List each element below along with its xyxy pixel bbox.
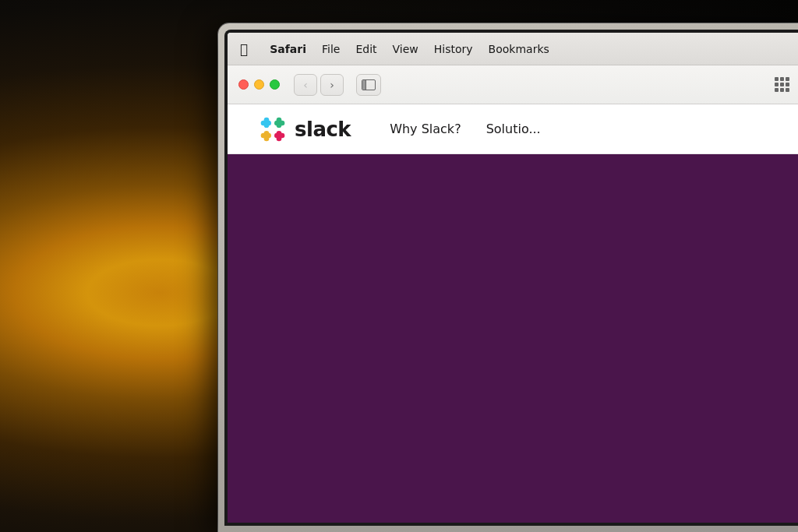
grid-dot xyxy=(775,83,779,86)
safari-menu-item[interactable]: Safari xyxy=(262,40,314,58)
close-button[interactable] xyxy=(238,79,249,90)
slack-logo-text: slack xyxy=(295,118,351,141)
slack-logo-icon xyxy=(259,115,287,143)
minimize-button[interactable] xyxy=(254,79,264,90)
edit-menu-item[interactable]: Edit xyxy=(348,40,384,58)
back-button[interactable]: ‹ xyxy=(294,74,317,96)
grid-icon xyxy=(775,77,789,92)
grid-dot xyxy=(786,88,789,92)
menu-bar:  Safari File Edit View History Bookmark… xyxy=(228,33,798,65)
tab-overview-button[interactable] xyxy=(770,74,793,96)
sidebar-icon xyxy=(362,79,376,90)
history-menu-item[interactable]: History xyxy=(426,40,481,58)
svg-rect-1 xyxy=(261,120,271,125)
website-content: slack Why Slack? Solutio... xyxy=(228,104,798,523)
slack-hero-section xyxy=(228,154,798,523)
solutions-nav-link[interactable]: Solutio... xyxy=(486,122,541,136)
file-menu-item[interactable]: File xyxy=(314,40,348,58)
safari-toolbar: ‹ › xyxy=(228,65,798,104)
grid-dot xyxy=(780,88,784,92)
grid-dot xyxy=(780,77,784,81)
svg-rect-3 xyxy=(274,120,284,125)
sidebar-icon-right-panel xyxy=(366,80,375,90)
svg-rect-7 xyxy=(274,132,284,138)
why-slack-nav-link[interactable]: Why Slack? xyxy=(390,122,461,136)
screen-bezel:  Safari File Edit View History Bookmark… xyxy=(224,30,798,526)
sidebar-toggle-button[interactable] xyxy=(356,74,381,96)
grid-dot xyxy=(786,77,789,81)
svg-rect-5 xyxy=(261,132,271,138)
screen:  Safari File Edit View History Bookmark… xyxy=(228,33,798,523)
nav-buttons: ‹ › xyxy=(294,74,344,96)
apple-menu-item[interactable]:  xyxy=(240,41,248,57)
grid-dot xyxy=(780,83,784,86)
traffic-lights xyxy=(238,79,280,90)
grid-dot xyxy=(775,88,779,92)
forward-button[interactable]: › xyxy=(320,74,344,96)
forward-chevron-icon: › xyxy=(330,79,334,91)
grid-dot xyxy=(786,83,789,86)
slack-logo-area[interactable]: slack xyxy=(259,115,351,143)
grid-dot xyxy=(775,77,779,81)
back-chevron-icon: ‹ xyxy=(303,79,308,91)
scene-background:  Safari File Edit View History Bookmark… xyxy=(0,0,798,532)
bookmarks-menu-item[interactable]: Bookmarks xyxy=(481,40,557,58)
fullscreen-button[interactable] xyxy=(270,79,280,90)
laptop-frame:  Safari File Edit View History Bookmark… xyxy=(218,23,798,532)
slack-nav-links: Why Slack? Solutio... xyxy=(390,122,541,136)
view-menu-item[interactable]: View xyxy=(385,40,426,58)
slack-nav: slack Why Slack? Solutio... xyxy=(228,104,798,154)
